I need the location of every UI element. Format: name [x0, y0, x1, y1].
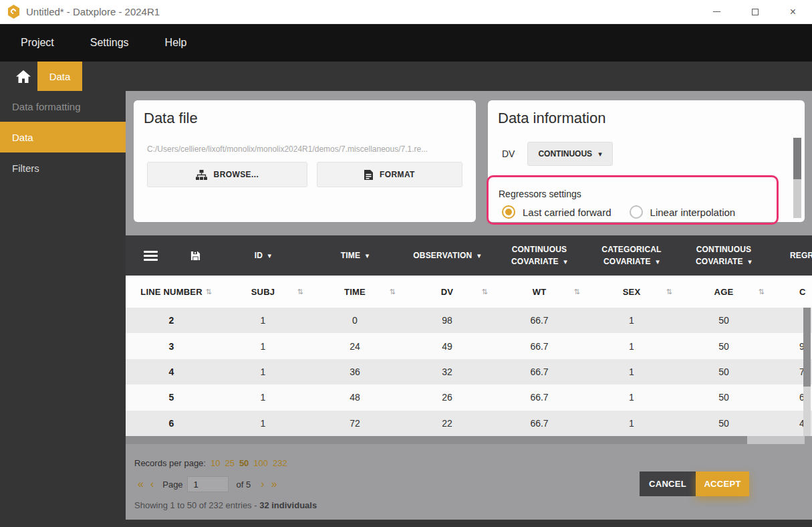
menu-help[interactable]: Help [147, 37, 205, 49]
type-header-time[interactable]: TIME ▾ [309, 235, 401, 276]
table-vertical-scrollbar-thumb[interactable] [803, 308, 811, 387]
column-label: SEX [623, 287, 641, 297]
table-tools-cell [126, 235, 217, 276]
table-cell: 49 [401, 341, 493, 352]
sidebar-item-filters[interactable]: Filters [0, 152, 126, 183]
sort-icon[interactable]: ⇅ [297, 288, 303, 296]
last-page-button[interactable]: » [268, 478, 281, 490]
type-header-label: TIME [341, 251, 360, 260]
dv-type-dropdown[interactable]: CONTINUOUS ▾ [527, 142, 612, 166]
first-page-button[interactable]: « [134, 478, 147, 490]
type-header-regressor[interactable]: REGRE [770, 235, 812, 276]
next-page-button[interactable]: › [257, 478, 267, 490]
column-label: LINE NUMBER [140, 287, 202, 297]
table-cell: 1 [585, 366, 678, 377]
data-information-title: Data information [498, 110, 605, 127]
table-cell: 66.7 [493, 418, 585, 429]
page-number-input[interactable] [187, 476, 229, 492]
minimize-button[interactable] [698, 0, 736, 23]
column-header-c[interactable]: C [770, 276, 812, 308]
records-option-232[interactable]: 232 [273, 458, 287, 468]
records-option-10[interactable]: 10 [211, 458, 220, 468]
type-header-categorical-covariate[interactable]: CATEGORICAL COVARIATE ▾ [585, 235, 678, 276]
dv-label: DV [502, 148, 515, 159]
column-label: DV [441, 287, 453, 297]
column-header-dv[interactable]: DV⇅ [401, 276, 493, 308]
sidebar-item-data[interactable]: Data [0, 122, 126, 152]
table-row: 5 1 48 26 66.7 1 50 6 [126, 385, 812, 410]
table-cell: 1 [585, 392, 678, 403]
table-horizontal-scrollbar[interactable] [126, 436, 805, 444]
sort-icon[interactable]: ⇅ [574, 288, 580, 296]
records-option-50[interactable]: 50 [239, 458, 249, 468]
home-icon [16, 70, 31, 83]
table-row: 3 1 24 49 66.7 1 50 9 [126, 333, 812, 358]
sort-icon[interactable]: ⇅ [390, 288, 396, 296]
page-of-label: of 5 [237, 480, 251, 490]
radio-dot [505, 209, 512, 215]
app-window: Untitled* - Datxplore - 2024R1 × Project… [0, 0, 812, 527]
regressors-settings: Regressors settings Last carried forward… [498, 189, 735, 219]
column-header-line-number[interactable]: LINE NUMBER⇅ [126, 276, 217, 308]
sidebar-item-data-formatting[interactable]: Data formatting [0, 91, 126, 122]
type-header-label: CATEGORICAL COVARIATE [601, 245, 661, 266]
sort-icon[interactable]: ⇅ [206, 288, 212, 296]
data-file-path: C:/Users/celliere/lixoft/monolix/monolix… [147, 144, 464, 154]
close-button[interactable]: × [774, 0, 812, 23]
minimize-icon [713, 11, 720, 12]
type-header-continuous-covariate-2[interactable]: CONTINUOUS COVARIATE ▾ [678, 235, 770, 276]
caret-down-icon: ▾ [563, 257, 567, 266]
table-cell: 72 [309, 418, 401, 429]
type-header-continuous-covariate-1[interactable]: CONTINUOUS COVARIATE ▾ [493, 235, 585, 276]
data-info-scrollbar[interactable] [793, 138, 801, 218]
records-option-25[interactable]: 25 [225, 458, 234, 468]
maximize-button[interactable] [736, 0, 774, 23]
column-header-sex[interactable]: SEX⇅ [585, 276, 678, 308]
column-header-subj[interactable]: SUBJ⇅ [217, 276, 309, 308]
table-cell: 50 [678, 418, 770, 429]
sort-icon[interactable]: ⇅ [759, 288, 765, 296]
home-button[interactable] [9, 62, 37, 91]
column-header-wt[interactable]: WT⇅ [493, 276, 585, 308]
table-cell: 48 [309, 392, 401, 403]
table-cell: 0 [309, 315, 401, 326]
radio-linear-interpolation[interactable] [630, 205, 643, 219]
accept-button[interactable]: ACCEPT [696, 471, 749, 496]
menu-settings[interactable]: Settings [72, 37, 147, 49]
browse-icon [196, 170, 207, 180]
format-button[interactable]: FORMAT [317, 162, 462, 187]
table-horizontal-scrollbar-thumb[interactable] [126, 436, 747, 444]
type-header-observation[interactable]: OBSERVATION ▾ [401, 235, 493, 276]
tab-data[interactable]: Data [37, 62, 82, 91]
table-cell: 1 [217, 315, 309, 326]
type-header-id[interactable]: ID ▾ [217, 235, 309, 276]
titlebar: Untitled* - Datxplore - 2024R1 × [0, 0, 812, 24]
radio-label-linear-interpolation[interactable]: Linear interpolation [650, 207, 736, 218]
column-header-time[interactable]: TIME⇅ [309, 276, 401, 308]
table-cell: 50 [678, 366, 770, 377]
table-column-header: LINE NUMBER⇅ SUBJ⇅ TIME⇅ DV⇅ WT⇅ SEX⇅ AG… [126, 276, 812, 308]
data-info-scrollbar-thumb[interactable] [793, 138, 801, 179]
action-buttons: CANCEL ACCEPT [640, 471, 749, 496]
browse-button[interactable]: BROWSE... [147, 162, 307, 187]
menu-project[interactable]: Project [0, 37, 72, 49]
column-label: SUBJ [251, 287, 275, 297]
caret-down-icon: ▾ [268, 251, 272, 259]
data-information-panel: Data information DV CONTINUOUS ▾ Regress… [488, 100, 805, 222]
page-label: Page [162, 480, 182, 490]
table-cell: 5 [126, 392, 217, 403]
table-cell: 4 [126, 366, 217, 377]
radio-label-last-carried-forward[interactable]: Last carried forward [523, 207, 612, 218]
column-header-age[interactable]: AGE⇅ [678, 276, 770, 308]
records-option-100[interactable]: 100 [253, 458, 268, 468]
table-vertical-scrollbar[interactable] [803, 308, 811, 436]
cancel-button[interactable]: CANCEL [640, 471, 696, 496]
sort-icon[interactable]: ⇅ [666, 288, 672, 296]
table-menu-hamburger-icon[interactable] [144, 251, 158, 261]
radio-last-carried-forward[interactable] [502, 205, 515, 219]
prev-page-button[interactable]: ‹ [147, 478, 157, 490]
sort-icon[interactable]: ⇅ [482, 288, 488, 296]
table-cell: 36 [309, 366, 401, 377]
save-button[interactable] [190, 251, 200, 261]
table-cell: 32 [401, 366, 493, 377]
